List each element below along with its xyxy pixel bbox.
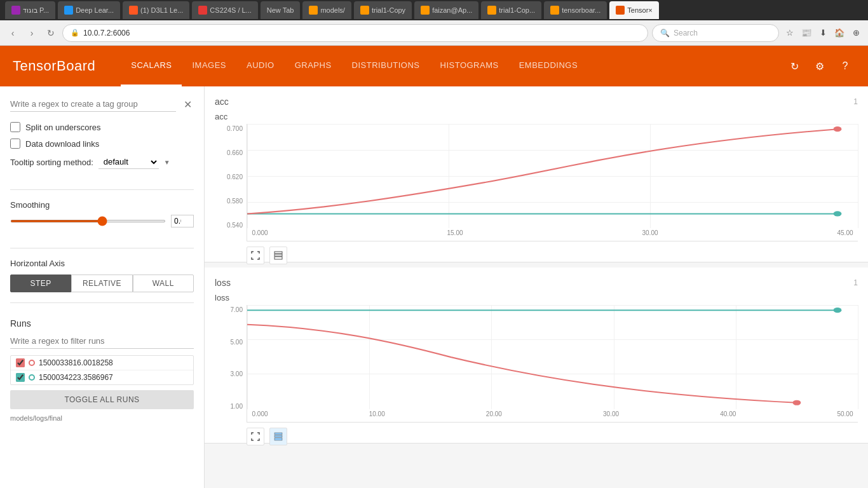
tab-4[interactable]: New Tab (261, 1, 301, 19)
chevron-down-icon: ▼ (164, 159, 170, 166)
x-label-acc-1: 15.00 (442, 229, 468, 240)
tab-favicon-0 (11, 6, 20, 15)
run-0-checkbox[interactable] (16, 358, 25, 367)
tab-1[interactable]: Deep Lear... (58, 1, 120, 19)
lock-icon: 🔒 (71, 29, 79, 37)
svg-rect-12 (275, 435, 282, 437)
data-download-checkbox[interactable] (10, 139, 20, 149)
chart-section-acc: acc 1 acc 0.700 0.660 0.620 0.580 0.540 (205, 86, 868, 262)
chart-section-title-acc: acc (215, 97, 229, 107)
refresh-button[interactable]: ↻ (784, 56, 804, 76)
back-button[interactable]: ‹ (5, 25, 20, 41)
tab-label-5: models/ (320, 6, 345, 14)
data-btn-loss[interactable] (269, 428, 287, 445)
tab-5[interactable]: models/ (302, 1, 351, 19)
settings-button[interactable]: ⚙ (810, 56, 830, 76)
tab-favicon-10 (616, 6, 625, 15)
chart-title-acc: acc (215, 112, 858, 121)
tab-label-1: Deep Lear... (76, 6, 114, 14)
axis-step-btn[interactable]: STEP (10, 274, 71, 292)
chart-section-header-loss: loss 1 (215, 278, 858, 288)
nav-audio[interactable]: AUDIO (236, 46, 285, 86)
y-label-acc-0: 0.700 (227, 125, 243, 132)
data-icon-loss (274, 432, 283, 441)
x-label-loss-5: 50.00 (832, 410, 858, 421)
browser-search-bar[interactable]: 🔍 Search (652, 24, 779, 42)
address-bar[interactable]: 🔒 10.0.7.2:6006 (62, 24, 648, 42)
nav-scalars[interactable]: SCALARS (121, 46, 182, 86)
chart-section-title-loss: loss (215, 278, 231, 288)
bookmark-btn[interactable]: ☆ (783, 26, 797, 40)
chart-container-acc: acc 0.700 0.660 0.620 0.580 0.540 (215, 112, 858, 252)
tab-8[interactable]: trial1-Cop... (481, 1, 541, 19)
tb-nav: SCALARS IMAGES AUDIO GRAPHS DISTRIBUTION… (121, 46, 784, 86)
svg-point-2 (834, 126, 842, 132)
nav-histograms[interactable]: HISTOGRAMS (430, 46, 509, 86)
tab-9[interactable]: tensorboar... (544, 1, 607, 19)
chart-svg-loss-2 (247, 305, 858, 409)
svg-rect-13 (275, 438, 282, 440)
split-underscores-checkbox[interactable] (10, 122, 20, 132)
smoothing-value-input[interactable] (171, 215, 194, 227)
tb-charts[interactable]: acc 1 acc 0.700 0.660 0.620 0.580 0.540 (205, 86, 868, 488)
smoothing-slider[interactable] (10, 220, 166, 222)
tab-7[interactable]: faizan@Ap... (414, 1, 478, 19)
fullscreen-btn-acc[interactable] (247, 247, 264, 264)
toggle-all-runs-btn[interactable]: TOGGLE ALL RUNS (10, 390, 194, 409)
x-label-acc-2: 30.00 (637, 229, 663, 240)
chart-wrapper-loss: 7.00 5.00 3.00 1.00 (215, 305, 858, 423)
chart-wrapper-acc: 0.700 0.660 0.620 0.580 0.540 (215, 124, 858, 241)
reload-button[interactable]: ↻ (43, 25, 58, 41)
x-label-loss-2: 20.00 (481, 410, 506, 421)
nav-graphs[interactable]: GRAPHS (285, 46, 342, 86)
nav-embeddings[interactable]: EMBEDDINGS (509, 46, 588, 86)
close-regex-btn[interactable]: ✕ (181, 98, 194, 111)
run-0-color-dot (29, 360, 35, 366)
tab-10[interactable]: Tensor× (609, 1, 658, 19)
chart-title-loss: loss (215, 293, 858, 302)
nav-images[interactable]: IMAGES (182, 46, 236, 86)
data-download-label: Data download links (25, 139, 99, 149)
axis-wall-btn[interactable]: WALL (133, 274, 194, 292)
axis-relative-btn[interactable]: RELATIVE (71, 274, 132, 292)
chart-actions-loss (215, 428, 858, 445)
tab-label-7: faizan@Ap... (432, 6, 472, 14)
tb-sidebar: ✕ Split on underscores Data download lin… (0, 86, 205, 488)
tab-2[interactable]: (1) D3L1 Le... (123, 1, 189, 19)
axis-btn-group: STEP RELATIVE WALL (10, 274, 194, 292)
run-item-0: 1500033816.0018258 (11, 356, 193, 370)
y-label-loss-3: 1.00 (231, 403, 243, 410)
fullscreen-btn-loss[interactable] (247, 428, 264, 445)
forward-button[interactable]: › (24, 25, 39, 41)
data-btn-acc[interactable] (269, 247, 287, 264)
smoothing-label: Smoothing (10, 200, 194, 210)
tab-0[interactable]: בוגוד P... (5, 1, 55, 19)
tab-6[interactable]: trial1-Copy (354, 1, 412, 19)
svg-rect-5 (275, 257, 282, 259)
tab-3[interactable]: CS224S / L... (192, 1, 257, 19)
data-icon (274, 251, 283, 260)
tab-label-4: New Tab (267, 6, 294, 14)
browser-toolbar: ‹ › ↻ 🔒 10.0.7.2:6006 🔍 Search ☆ 📰 ⬇ 🏠 ⊕ (0, 20, 868, 46)
pocket-btn[interactable]: ⊕ (849, 26, 863, 40)
run-item-1: 1500034223.3586967 (11, 370, 193, 384)
nav-distributions[interactable]: DISTRIBUTIONS (342, 46, 430, 86)
run-1-checkbox[interactable] (16, 373, 25, 382)
tab-label-2: (1) D3L1 Le... (140, 6, 183, 14)
runs-filter-input[interactable] (10, 334, 194, 349)
horizontal-axis-label: Horizontal Axis (10, 259, 194, 268)
download-btn[interactable]: ⬇ (816, 26, 830, 40)
home-btn[interactable]: 🏠 (832, 26, 846, 40)
reader-btn[interactable]: 📰 (799, 26, 813, 40)
chart-section-count-loss: 1 (853, 278, 858, 287)
divider-1 (10, 189, 194, 190)
divider-3 (10, 302, 194, 303)
tag-group-regex-input[interactable] (10, 97, 176, 112)
chart-section-count-acc: 1 (853, 97, 858, 106)
help-button[interactable]: ? (835, 56, 855, 76)
tooltip-sort-select[interactable]: default ascending descending nearest (98, 155, 159, 169)
runs-list: 1500033816.0018258 1500034223.3586967 (10, 355, 194, 385)
tab-favicon-3 (198, 6, 207, 15)
browser-chrome: בוגוד P... Deep Lear... (1) D3L1 Le... C… (0, 0, 868, 46)
browser-titlebar: בוגוד P... Deep Lear... (1) D3L1 Le... C… (0, 0, 868, 20)
